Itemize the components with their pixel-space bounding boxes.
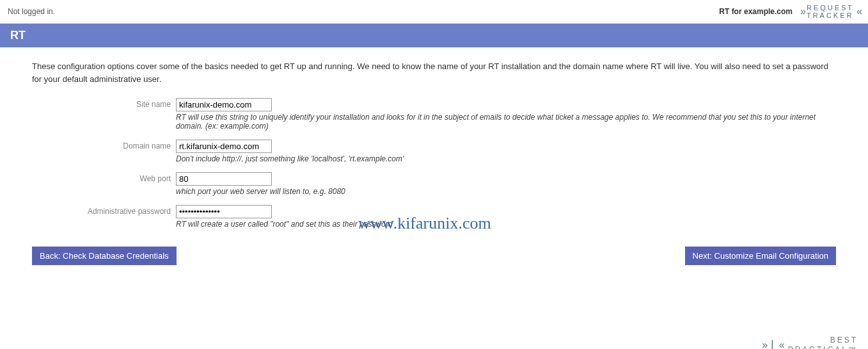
- admin-password-help: RT will create a user called "root" and …: [176, 220, 836, 229]
- admin-password-row: Administrative password RT will create a…: [32, 205, 836, 235]
- bp-logo-text: BEST PRACTICAL™: [788, 336, 858, 349]
- web-port-label: Web port: [32, 172, 176, 183]
- site-name-row: Site name RT will use this string to uni…: [32, 98, 836, 137]
- top-bar: Not logged in. RT for example.com » REQU…: [0, 0, 868, 24]
- chevron-right-icon: »: [762, 339, 766, 349]
- admin-password-input[interactable]: [176, 205, 272, 218]
- chevron-left-icon: «: [779, 339, 783, 349]
- main-content: These configuration options cover some o…: [0, 47, 868, 278]
- logo-text: REQUEST TRACKER: [807, 4, 854, 19]
- intro-text: These configuration options cover some o…: [32, 60, 836, 85]
- site-name-input[interactable]: [176, 98, 272, 111]
- login-status: Not logged in.: [8, 7, 55, 16]
- domain-name-help: Don't include http://, just something li…: [176, 154, 836, 163]
- rt-for-label: RT for example.com: [719, 7, 793, 16]
- back-button[interactable]: Back: Check Database Credentials: [32, 247, 177, 265]
- web-port-help: which port your web server will listen t…: [176, 187, 836, 196]
- next-button[interactable]: Next: Customize Email Configuration: [685, 247, 836, 265]
- admin-password-label: Administrative password: [32, 205, 176, 216]
- footer: » | « BEST PRACTICAL™ »|« RT 4.4.4 Copyr…: [0, 329, 868, 349]
- page-title: RT: [0, 24, 868, 47]
- best-practical-logo[interactable]: » | « BEST PRACTICAL™: [762, 336, 858, 349]
- site-name-help: RT will use this string to uniquely iden…: [176, 113, 836, 131]
- separator-icon: |: [771, 338, 774, 349]
- site-name-label: Site name: [32, 98, 176, 109]
- request-tracker-logo[interactable]: » REQUEST TRACKER «: [800, 4, 860, 19]
- button-row: Back: Check Database Credentials Next: C…: [32, 247, 836, 265]
- chevron-left-icon: «: [856, 6, 860, 17]
- web-port-input[interactable]: [176, 172, 272, 186]
- domain-name-label: Domain name: [32, 140, 176, 150]
- domain-name-row: Domain name Don't include http://, just …: [32, 140, 836, 170]
- chevron-right-icon: »: [800, 6, 804, 17]
- top-right: RT for example.com » REQUEST TRACKER «: [719, 4, 860, 19]
- web-port-row: Web port which port your web server will…: [32, 172, 836, 202]
- domain-name-input[interactable]: [176, 140, 272, 153]
